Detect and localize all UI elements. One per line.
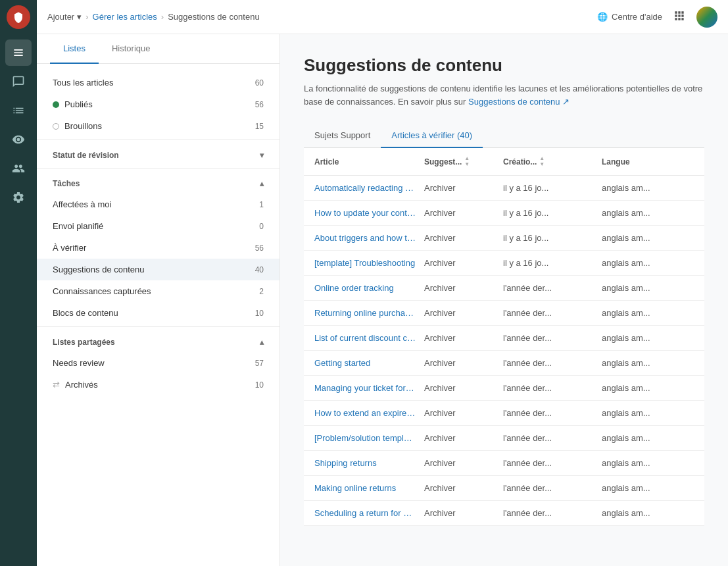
suggestion-cell: Archiver: [424, 233, 503, 243]
nav-item-suggestions[interactable]: Suggestions de contenu 40: [37, 259, 279, 280]
article-link[interactable]: Making online returns: [314, 483, 424, 493]
table-row[interactable]: About triggers and how they work Archive…: [304, 226, 704, 251]
avatar[interactable]: [696, 7, 717, 28]
lang-cell: anglais am...: [602, 208, 694, 218]
nav-item-label: Affectées à moi: [53, 199, 111, 209]
nav-item-count: 57: [255, 359, 264, 368]
table-row[interactable]: Automatically redacting credit card numb…: [304, 176, 704, 201]
date-cell: l'année der...: [503, 458, 602, 468]
lang-cell: anglais am...: [602, 508, 694, 518]
suggestion-cell: Archiver: [424, 433, 503, 443]
nav-item-count: 1: [259, 200, 264, 209]
lang-cell: anglais am...: [602, 433, 694, 443]
article-link[interactable]: Getting started: [314, 358, 424, 368]
globe-icon: 🌐: [597, 12, 608, 22]
article-link[interactable]: Automatically redacting credit card numb…: [314, 183, 424, 193]
nav-icon-eye[interactable]: [5, 126, 32, 153]
nav-item-verifier[interactable]: À vérifier 56: [37, 237, 279, 259]
tab-sujets[interactable]: Sujets Support: [304, 124, 381, 148]
logo-button[interactable]: [7, 5, 30, 29]
date-cell: l'année der...: [503, 333, 602, 343]
section-statut[interactable]: Statut de révision ▾: [37, 143, 279, 165]
article-link[interactable]: List of current discount codes (internal…: [314, 333, 424, 343]
section-taches[interactable]: Tâches ▴: [37, 171, 279, 193]
nav-icon-people[interactable]: [5, 155, 32, 182]
table-row[interactable]: Shipping returns Archiver l'année der...…: [304, 451, 704, 476]
nav-icon-chat[interactable]: [5, 68, 32, 95]
nav-item-count: 10: [255, 380, 264, 390]
table-row[interactable]: [Problem/solution template] Archiver l'a…: [304, 426, 704, 451]
article-link[interactable]: Managing your ticket forms (Professional…: [314, 383, 424, 393]
suggestion-cell: Archiver: [424, 333, 503, 343]
main-area: Ajouter ▾ › Gérer les articles › Suggest…: [37, 0, 728, 566]
tab-articles[interactable]: Articles à vérifier (40): [381, 124, 483, 148]
table-row[interactable]: [template] Troubleshooting Archiver il y…: [304, 251, 704, 276]
nav-icon-settings[interactable]: [5, 184, 32, 211]
table-row[interactable]: Scheduling a return for pick up Archiver…: [304, 501, 704, 526]
nav-item-blocs[interactable]: Blocs de contenu 10: [37, 302, 279, 324]
lang-cell: anglais am...: [602, 308, 694, 318]
suggestion-cell: Archiver: [424, 308, 503, 318]
article-link[interactable]: How to extend an expired discount code (…: [314, 408, 424, 418]
article-link[interactable]: [template] Troubleshooting: [314, 258, 424, 268]
table-row[interactable]: Making online returns Archiver l'année d…: [304, 476, 704, 501]
lang-cell: anglais am...: [602, 183, 694, 193]
table-row[interactable]: List of current discount codes (internal…: [304, 326, 704, 351]
col-suggestion[interactable]: Suggest... ▲▼: [424, 156, 503, 167]
col-creation[interactable]: Créatio... ▲▼: [503, 156, 602, 167]
nav-item-label: Publiés: [64, 99, 93, 109]
tab-listes[interactable]: Listes: [50, 34, 99, 64]
suggestions-link[interactable]: Suggestions de contenu ↗: [468, 97, 570, 107]
date-cell: l'année der...: [503, 483, 602, 493]
article-link[interactable]: Returning online purchases in your local…: [314, 308, 424, 318]
nav-icon-articles[interactable]: [5, 39, 32, 66]
table-row[interactable]: How to extend an expired discount code (…: [304, 401, 704, 426]
date-cell: il y a 16 jo...: [503, 258, 602, 268]
breadcrumb-link[interactable]: Gérer les articles: [93, 12, 157, 22]
table-row[interactable]: Getting started Archiver l'année der... …: [304, 351, 704, 376]
data-table: Article Suggest... ▲▼ Créatio... ▲▼: [304, 148, 704, 526]
table-row[interactable]: Returning online purchases in your local…: [304, 301, 704, 326]
nav-item-tous[interactable]: Tous les articles 60: [37, 72, 279, 93]
lang-cell: anglais am...: [602, 358, 694, 368]
nav-item-connaissances[interactable]: Connaissances capturées 2: [37, 280, 279, 302]
divider: [37, 140, 279, 140]
nav-item-affectees[interactable]: Affectées à moi 1: [37, 193, 279, 215]
col-article: Article: [314, 156, 424, 167]
table-row[interactable]: Online order tracking Archiver l'année d…: [304, 276, 704, 301]
nav-item-count: 10: [255, 309, 264, 318]
nav-item-publies[interactable]: Publiés 56: [37, 93, 279, 115]
tab-historique[interactable]: Historique: [99, 34, 164, 64]
page-title: Suggestions de contenu: [304, 55, 704, 76]
article-link[interactable]: [Problem/solution template]: [314, 433, 424, 443]
help-button[interactable]: 🌐 Centre d'aide: [597, 12, 662, 22]
lang-cell: anglais am...: [602, 333, 694, 343]
nav-item-label: Suggestions de contenu: [53, 265, 145, 274]
lang-cell: anglais am...: [602, 458, 694, 468]
article-link[interactable]: Shipping returns: [314, 458, 424, 468]
col-langue: Langue: [602, 156, 694, 167]
article-link[interactable]: Scheduling a return for pick up: [314, 508, 424, 518]
add-button[interactable]: Ajouter ▾: [47, 12, 82, 22]
article-link[interactable]: How to update your contact info: [314, 208, 424, 218]
page-description: La fonctionnalité de suggestions de cont…: [304, 82, 704, 108]
nav-item-left: Brouillons: [53, 121, 102, 131]
suggestion-cell: Archiver: [424, 408, 503, 418]
table-row[interactable]: How to update your contact info Archiver…: [304, 201, 704, 226]
nav-item-needs-review[interactable]: Needs review 57: [37, 352, 279, 374]
section-listes-partagees[interactable]: Listes partagées ▴: [37, 330, 279, 352]
nav-item-envoi[interactable]: Envoi planifié 0: [37, 215, 279, 237]
left-nav: Tous les articles 60 Publiés 56 Brouillo…: [37, 64, 279, 403]
table-row[interactable]: Managing your ticket forms (Professional…: [304, 376, 704, 401]
nav-item-left: Publiés: [53, 99, 93, 109]
breadcrumb-current: Suggestions de contenu: [168, 12, 260, 22]
date-cell: l'année der...: [503, 358, 602, 368]
article-link[interactable]: Online order tracking: [314, 283, 424, 293]
article-link[interactable]: About triggers and how they work: [314, 233, 424, 243]
nav-item-brouillons[interactable]: Brouillons 15: [37, 115, 279, 137]
nav-item-archives[interactable]: ⇄ Archivés 10: [37, 374, 279, 396]
published-dot: [53, 101, 59, 108]
grid-icon[interactable]: [673, 9, 686, 24]
nav-icon-list[interactable]: [5, 97, 32, 124]
nav-item-count: 56: [255, 244, 264, 253]
